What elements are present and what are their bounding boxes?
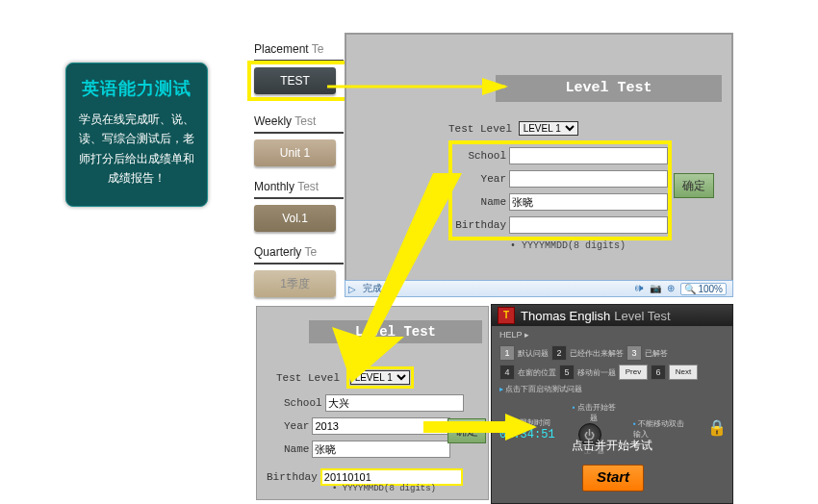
tab-title-weekly: Weekly Test (254, 114, 344, 128)
level-test-panel-filled: Level Test Test Level LEVEL 1 School Yea… (256, 306, 489, 500)
lock-icon: 🔒 (707, 418, 725, 440)
school-input-2[interactable] (325, 394, 464, 412)
confirm-button-2[interactable]: 确定 (447, 418, 486, 443)
app-title-bar: T Thomas English Level Test (492, 305, 732, 326)
tip-text: ▸ 点击下面启动测试问题 (492, 382, 732, 396)
level-select[interactable]: LEVEL 1 (519, 121, 578, 136)
cam-icon[interactable]: 📷 (650, 283, 661, 295)
exam-instruction: 点击并开始考试 (492, 438, 732, 454)
help-link[interactable]: HELP ▸ (492, 326, 732, 343)
test-tabs: Placement Te TEST Weekly Test Unit 1 Mon… (254, 42, 344, 311)
app-brand: Thomas English (521, 309, 610, 323)
year-input-2[interactable] (312, 417, 450, 435)
tutor-keys-2: 4在窗的位置 5移动前一题 Prev 6 Next (492, 363, 732, 382)
level-select-row-2: Test Level LEVEL 1 (276, 366, 414, 389)
school-input[interactable] (509, 147, 668, 164)
highlight-box: TEST (247, 61, 350, 101)
next-button[interactable]: Next (669, 365, 698, 380)
birthday-hint: • YYYYMMDD(8 digits) (510, 240, 626, 251)
level-test-banner: Level Test (496, 75, 722, 102)
year-input[interactable] (509, 170, 668, 188)
tutor-keys: 1默认问题 2已经作出来解答 3已解答 (492, 343, 732, 363)
play-icon[interactable]: ▷ (345, 284, 359, 294)
app-logo-icon: T (498, 307, 515, 324)
globe-icon[interactable]: ⊕ (667, 283, 675, 295)
level-select-row: Test Level LEVEL 1 (448, 121, 578, 136)
sound-icon[interactable]: 🕪 (634, 283, 644, 295)
level-test-banner-2: Level Test (309, 320, 482, 343)
start-button[interactable]: Start (582, 465, 644, 491)
tab-title-quarterly: Quarterly Te (254, 245, 344, 259)
callout-body: 学员在线完成听、说、读、写综合测试后，老师打分后给出成绩单和成绩报告！ (74, 110, 199, 189)
app-subtitle: Level Test (614, 309, 670, 323)
tab-btn-unit1[interactable]: Unit 1 (254, 139, 336, 166)
level-test-panel-empty: Level Test Test Level LEVEL 1 School Yea… (345, 33, 733, 296)
name-input[interactable] (509, 193, 668, 211)
birthday-input[interactable] (509, 216, 668, 234)
level-form-highlight: School Year Name Birthday (448, 140, 672, 240)
exam-app-window: T Thomas English Level Test HELP ▸ 1默认问题… (491, 304, 733, 504)
callout-box: 英语能力测试 学员在线完成听、说、读、写综合测试后，老师打分后给出成绩单和成绩报… (65, 63, 208, 207)
tab-btn-vol1[interactable]: Vol.1 (254, 205, 336, 232)
browser-status-bar: ▷ 完成 🕪 📷 ⊕ 🔍 100% (345, 280, 733, 297)
tab-title-monthly: Monthly Test (254, 180, 344, 193)
tab-title-placement: Placement Te (254, 42, 344, 56)
callout-title: 英语能力测试 (74, 77, 199, 100)
tab-btn-test[interactable]: TEST (254, 67, 336, 94)
level-select-2[interactable]: LEVEL 1 (350, 370, 410, 385)
tab-btn-q1[interactable]: 1季度 (254, 270, 336, 297)
status-text: 完成 (359, 282, 634, 295)
prev-button[interactable]: Prev (619, 365, 648, 380)
zoom-level[interactable]: 🔍 100% (680, 283, 727, 295)
name-input-2[interactable] (312, 441, 450, 458)
confirm-button[interactable]: 确定 (674, 173, 714, 198)
birthday-hint-2: • YYYYMMDD(8 digits) (332, 484, 436, 493)
